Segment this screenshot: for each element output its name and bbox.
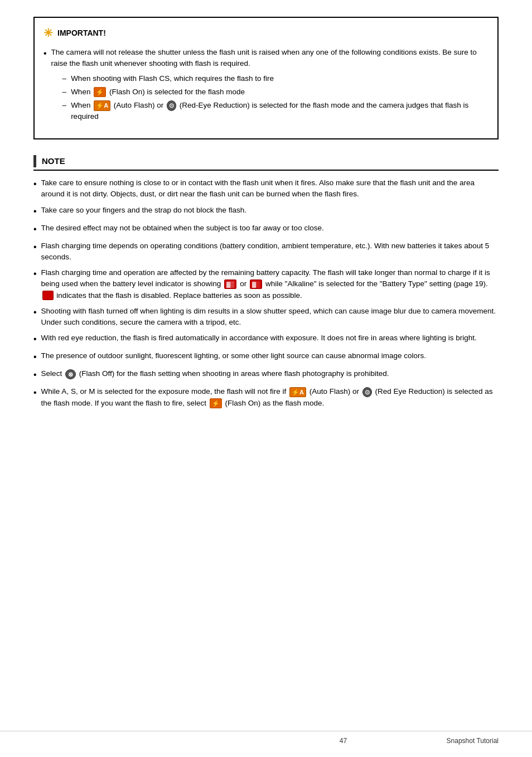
important-header: ✳ IMPORTANT! (43, 25, 489, 41)
battery-very-low-icon: ▓░ (250, 279, 262, 289)
auto-flash-icon: ⚡A (94, 100, 110, 110)
important-item-1-content: The camera will not release the shutter … (51, 47, 489, 125)
note-item-1-content: Take care to ensure nothing is close to … (41, 177, 499, 200)
note-item-2: Take care so your fingers and the strap … (33, 205, 499, 218)
important-subitem-3: When ⚡A (Auto Flash) or ⊙ (Red-Eye Reduc… (62, 100, 489, 123)
note-item-3: The desired effect may not be obtained w… (33, 223, 499, 236)
warning-icon: ✳ (43, 25, 53, 41)
important-section: ✳ IMPORTANT! The camera will not release… (33, 17, 499, 139)
page-footer: 47 Snapshot Tutorial (0, 731, 532, 746)
battery-disabled-icon (42, 291, 54, 300)
note-item-2-content: Take care so your fingers and the strap … (41, 205, 499, 216)
note-item-6-content: Shooting with flash turned off when ligh… (41, 306, 499, 329)
note-header: NOTE (33, 155, 499, 171)
note-item-9: Select ⊗ (Flash Off) for the flash setti… (33, 368, 499, 382)
important-sublist: When shooting with Flash CS, which requi… (62, 73, 489, 123)
note-item-10-content: While A, S, or M is selected for the exp… (41, 386, 499, 409)
note-title: NOTE (42, 155, 65, 168)
page-number: 47 (240, 736, 446, 746)
red-eye-icon-2: ⊙ (362, 387, 372, 397)
note-item-7: With red eye reduction, the flash is fir… (33, 332, 499, 346)
auto-flash-icon-2: ⚡A (289, 387, 306, 397)
note-item-3-content: The desired effect may not be obtained w… (41, 223, 499, 234)
note-list: Take care to ensure nothing is close to … (33, 177, 499, 409)
battery-low-icon: ▓▒ (224, 279, 236, 289)
note-item-1: Take care to ensure nothing is close to … (33, 177, 499, 200)
important-subitem-1: When shooting with Flash CS, which requi… (62, 73, 489, 84)
note-item-9-content: Select ⊗ (Flash Off) for the flash setti… (41, 368, 499, 379)
flash-on-icon-2: ⚡ (210, 398, 222, 408)
note-item-5: Flash charging time and operation are af… (33, 267, 499, 301)
note-item-8: The presence of outdoor sunlight, fluore… (33, 350, 499, 364)
flash-on-icon: ⚡ (94, 87, 106, 97)
important-subitem-2: When ⚡ (Flash On) is selected for the fl… (62, 86, 489, 98)
note-item-7-content: With red eye reduction, the flash is fir… (41, 332, 499, 344)
note-item-6: Shooting with flash turned off when ligh… (33, 306, 499, 329)
note-item-4: Flash charging time depends on operating… (33, 240, 499, 263)
note-item-8-content: The presence of outdoor sunlight, fluore… (41, 350, 499, 361)
section-name: Snapshot Tutorial (447, 736, 499, 746)
flash-off-icon: ⊗ (65, 369, 76, 379)
note-item-4-content: Flash charging time depends on operating… (41, 240, 499, 263)
note-section: NOTE Take care to ensure nothing is clos… (33, 155, 499, 409)
note-item-10: While A, S, or M is selected for the exp… (33, 386, 499, 409)
red-eye-icon: ⊙ (167, 100, 176, 110)
important-title: IMPORTANT! (57, 27, 106, 39)
important-item-1: The camera will not release the shutter … (43, 47, 489, 125)
note-bar-decoration (33, 155, 36, 167)
note-item-5-content: Flash charging time and operation are af… (41, 267, 499, 301)
important-list: The camera will not release the shutter … (43, 47, 489, 125)
